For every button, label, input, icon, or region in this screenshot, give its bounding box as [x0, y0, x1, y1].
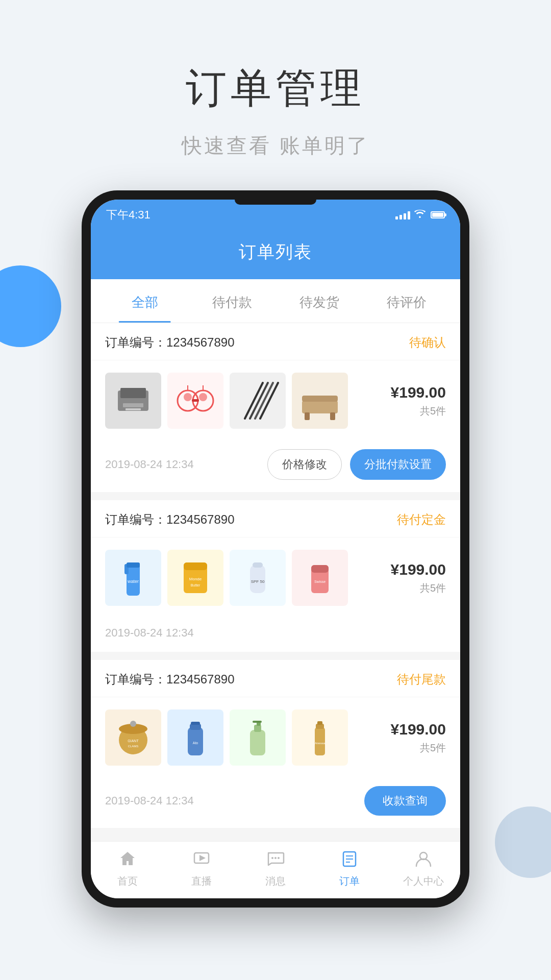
tab-pending-payment[interactable]: 待付款	[188, 279, 276, 323]
item-image-serum: Anessa	[292, 709, 348, 766]
order-price-col-2: ¥199.00 共5件	[385, 561, 446, 595]
nav-order-label: 订单	[339, 874, 360, 888]
order-count-3: 共5件	[385, 741, 446, 755]
order-status-3: 待付尾款	[397, 671, 446, 688]
payment-query-button[interactable]: 收款查询	[364, 786, 446, 816]
tab-all[interactable]: 全部	[101, 279, 188, 323]
nav-home-label: 首页	[117, 874, 138, 888]
item-image-bottle: Ato	[167, 709, 223, 766]
status-time: 下午4:31	[106, 207, 151, 223]
order-icon	[340, 850, 359, 871]
svg-rect-10	[192, 399, 199, 402]
order-number-3: 订单编号：1234567890	[105, 671, 234, 688]
order-header-1: 订单编号：1234567890 待确认	[91, 323, 460, 360]
svg-text:water: water	[127, 579, 139, 584]
nav-home[interactable]: 首页	[91, 850, 165, 888]
order-status-2: 待付定金	[397, 511, 446, 528]
phone-mockup: 下午4:31	[82, 190, 469, 908]
order-number-1: 订单编号：1234567890	[105, 334, 234, 351]
nav-live-label: 直播	[191, 874, 212, 888]
svg-rect-2	[123, 403, 143, 407]
item-image-food: GIANT CLAMS	[105, 709, 161, 766]
svg-line-11	[245, 383, 263, 419]
svg-text:CLAMS: CLAMS	[128, 745, 139, 748]
battery-icon	[431, 211, 445, 218]
nav-profile[interactable]: 个人中心	[386, 850, 460, 888]
svg-text:Ato: Ato	[193, 741, 198, 745]
svg-rect-21	[127, 562, 140, 568]
order-price-col-1: ¥199.00 共5件	[385, 384, 446, 418]
order-footer-3: 2019-08-24 12:34 收款查询	[91, 778, 460, 828]
signal-icon	[395, 210, 410, 219]
svg-rect-24	[184, 562, 207, 570]
order-status-1: 待确认	[409, 334, 446, 351]
item-image-printer	[105, 373, 161, 429]
price-modify-button[interactable]: 价格修改	[267, 449, 342, 480]
svg-text:Monde: Monde	[189, 577, 202, 581]
order-number-2: 订单编号：1234567890	[105, 511, 234, 528]
home-icon	[118, 850, 137, 871]
wifi-icon	[414, 210, 425, 220]
page-header: 订单管理 快速查看 账单明了	[0, 0, 551, 190]
svg-point-37	[130, 721, 136, 727]
order-actions-1: 价格修改 分批付款设置	[267, 449, 446, 480]
svg-rect-28	[253, 562, 263, 568]
svg-point-54	[278, 857, 280, 859]
order-footer-1: 2019-08-24 12:34 价格修改 分批付款设置	[91, 441, 460, 492]
page-title: 订单管理	[0, 61, 551, 116]
svg-rect-16	[302, 396, 338, 402]
tab-pending-shipment[interactable]: 待发货	[276, 279, 363, 323]
order-price-3: ¥199.00	[385, 721, 446, 738]
svg-point-9	[199, 393, 207, 401]
order-actions-3: 收款查询	[364, 786, 446, 816]
svg-text:Anessa: Anessa	[315, 742, 325, 745]
svg-rect-48	[317, 721, 322, 725]
svg-rect-31	[311, 565, 329, 573]
svg-rect-45	[253, 721, 262, 723]
item-image-decor	[167, 373, 223, 429]
order-card-1: 订单编号：1234567890 待确认	[91, 323, 460, 492]
order-date-2: 2019-08-24 12:34	[105, 626, 194, 640]
nav-message[interactable]: 消息	[239, 850, 313, 888]
order-list: 订单编号：1234567890 待确认	[91, 323, 460, 841]
svg-point-53	[274, 857, 277, 859]
svg-text:GIANT: GIANT	[128, 739, 139, 743]
order-card-2: 订单编号：1234567890 待付定金 water	[91, 500, 460, 652]
profile-icon	[414, 850, 433, 871]
item-images-2: water Monde Butter	[105, 550, 374, 606]
svg-rect-43	[254, 725, 261, 732]
app-header: 订单列表	[91, 230, 460, 279]
order-items-1: ¥199.00 共5件	[91, 360, 460, 441]
svg-text:SPF 50: SPF 50	[251, 579, 265, 584]
item-image-supplement: Swisse	[292, 550, 348, 606]
svg-rect-17	[305, 412, 310, 420]
nav-order[interactable]: 订单	[312, 850, 386, 888]
live-icon	[192, 850, 211, 871]
item-image-lotion	[230, 709, 286, 766]
tab-pending-review[interactable]: 待评价	[363, 279, 450, 323]
svg-rect-42	[250, 730, 265, 755]
item-image-rods	[230, 373, 286, 429]
svg-rect-3	[126, 408, 141, 410]
item-image-furniture	[292, 373, 348, 429]
order-price-1: ¥199.00	[385, 384, 446, 401]
item-images-3: GIANT CLAMS	[105, 709, 374, 766]
svg-line-12	[250, 383, 268, 419]
item-image-snack: Monde Butter	[167, 550, 223, 606]
app-header-title: 订单列表	[91, 240, 460, 264]
phone-wrapper: 下午4:31	[0, 190, 551, 908]
order-date-3: 2019-08-24 12:34	[105, 794, 194, 807]
order-date-1: 2019-08-24 12:34	[105, 458, 194, 471]
svg-rect-18	[330, 412, 335, 420]
order-count-2: 共5件	[385, 581, 446, 595]
svg-rect-15	[302, 401, 338, 413]
order-tabs: 全部 待付款 待发货 待评价	[91, 279, 460, 323]
order-items-2: water Monde Butter	[91, 537, 460, 618]
batch-payment-button[interactable]: 分批付款设置	[350, 449, 446, 480]
nav-live[interactable]: 直播	[165, 850, 239, 888]
svg-marker-51	[199, 855, 206, 861]
order-price-2: ¥199.00	[385, 561, 446, 578]
phone-screen: 下午4:31	[91, 200, 460, 898]
message-icon	[266, 850, 285, 871]
svg-point-8	[184, 393, 192, 401]
